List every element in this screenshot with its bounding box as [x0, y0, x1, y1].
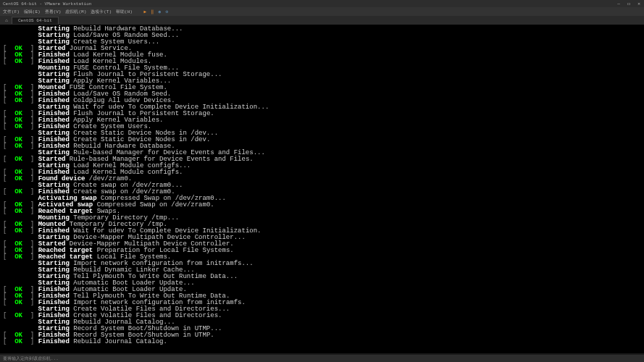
maximize-button[interactable]: ◻ [624, 0, 634, 7]
menu-edit[interactable]: 编辑(E) [24, 9, 41, 15]
statusbar: 要将输入定向到该虚拟机... [0, 355, 644, 362]
menu-view[interactable]: 查看(V) [45, 9, 62, 15]
minimize-button[interactable]: — [614, 0, 624, 7]
menu-help[interactable]: 帮助(H) [116, 9, 133, 15]
menu-file[interactable]: 文件(F) [3, 9, 20, 15]
close-button[interactable]: ✕ [634, 0, 644, 7]
console-output[interactable]: Starting Rebuild Hardware Database... St… [0, 25, 644, 353]
tabbar: ⌂ CentOS 64-bit [0, 16, 644, 25]
statusbar-text: 要将输入定向到该虚拟机... [3, 356, 59, 361]
settings-icon[interactable]: ⚙ [164, 9, 170, 14]
play-icon[interactable]: ▶ [143, 9, 148, 14]
window-buttons: — ◻ ✕ [614, 0, 644, 7]
snapshot-icon[interactable]: ◉ [157, 9, 162, 14]
home-tab-icon[interactable]: ⌂ [3, 18, 10, 23]
menubar: 文件(F) 编辑(E) 查看(V) 虚拟机(M) 选项卡(T) 帮助(H) ▶ … [0, 7, 644, 16]
console-line: [ OK ] Finished Rebuild Journal Catalog. [3, 339, 641, 345]
menu-tabs[interactable]: 选项卡(T) [91, 9, 112, 15]
tab-active[interactable]: CentOS 64-bit [12, 17, 59, 24]
menu-vm[interactable]: 虚拟机(M) [65, 9, 86, 15]
pause-icon[interactable]: ‖ [150, 9, 155, 14]
window-title: CentOS 64-bit - VMware Workstation [3, 1, 91, 7]
toolbar: ▶ ‖ ◉ ⚙ [143, 9, 170, 14]
titlebar: CentOS 64-bit - VMware Workstation — ◻ ✕ [0, 0, 644, 7]
